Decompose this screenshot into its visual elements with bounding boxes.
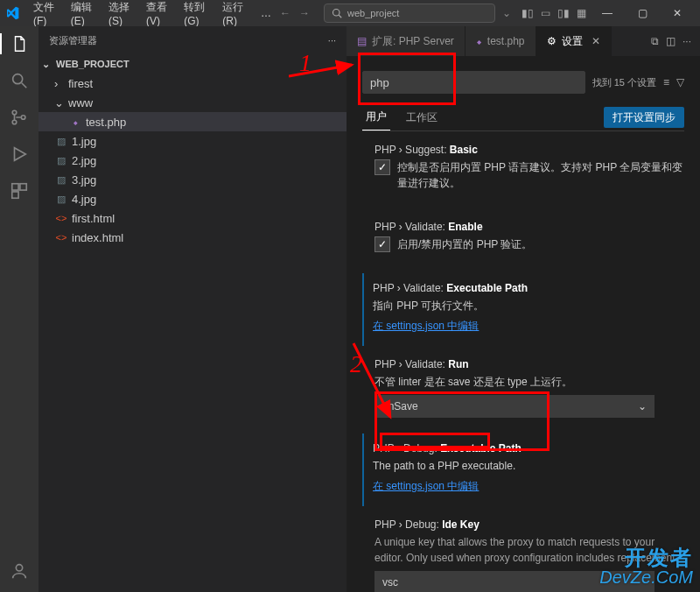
settings-search-input[interactable] [362, 71, 585, 94]
tree-item-label: 4.jpg [72, 193, 96, 206]
svg-point-6 [21, 116, 25, 120]
setting-desc: 不管 linter 是在 save 还是在 type 上运行。 [374, 374, 684, 390]
explorer-sidebar: 资源管理器 ··· ⌄ WEB_PROJECT ›firest⌄www⬥test… [38, 26, 346, 592]
setting-validateEnable: PHP › Validate: Enable 启用/禁用内置的 PHP 验证。 [362, 212, 684, 270]
svg-point-10 [16, 565, 22, 571]
tab-action-open-icon[interactable]: ⧉ [651, 35, 659, 47]
tree-file[interactable]: ▨3.jpg [38, 170, 346, 189]
activity-bar [0, 26, 38, 592]
editor-tab[interactable]: ⚙设置✕ [536, 26, 612, 56]
tree-file[interactable]: ▨2.jpg [38, 151, 346, 170]
tree-file[interactable]: ▨1.jpg [38, 131, 346, 151]
activity-extensions[interactable] [9, 180, 30, 201]
tree-item-label: 2.jpg [72, 154, 96, 167]
vscode-logo-icon [5, 6, 19, 20]
search-icon [332, 8, 342, 18]
watermark-cn: 开发者 [599, 546, 693, 568]
setting-suggest: PHP › Suggest: Basic 控制是否启用内置 PHP 语言建议。支… [362, 135, 684, 208]
close-icon[interactable]: ✕ [592, 35, 600, 47]
tree-root-label: WEB_PROJECT [56, 59, 130, 69]
html-file-icon: <> [54, 211, 68, 225]
scope-user[interactable]: 用户 [362, 104, 390, 130]
svg-line-3 [22, 83, 27, 88]
tree-item-label: firest [68, 77, 93, 90]
setting-desc: 控制是否启用内置 PHP 语言建议。支持对 PHP 全局变量和变量进行建议。 [397, 159, 684, 191]
activity-search[interactable] [9, 70, 30, 91]
scope-workspace[interactable]: 工作区 [402, 105, 441, 130]
command-center-label: web_project [347, 8, 399, 18]
editor-tabs: ▤扩展: PHP Server⬥test.php⚙设置✕ ⧉ ◫ ··· [346, 26, 700, 57]
tree-item-label: test.php [86, 116, 126, 129]
settings-editor: 找到 15 个设置 ≡ ▽ 用户 工作区 打开设置同步 PHP › Sugges… [346, 57, 700, 592]
setting-title: PHP › Suggest: Basic [374, 144, 684, 156]
window-maximize-icon[interactable]: ▢ [625, 0, 660, 26]
command-dropdown-icon[interactable]: ⌄ [502, 7, 511, 19]
html-file-icon: <> [54, 230, 68, 244]
layout-customize-icon[interactable]: ▦ [577, 7, 586, 19]
svg-point-4 [12, 110, 17, 115]
setting-title: PHP › Validate: Run [374, 358, 684, 370]
svg-point-2 [13, 74, 23, 84]
activity-explorer[interactable] [0, 33, 38, 54]
nav-forward-icon[interactable]: → [299, 7, 310, 19]
edit-in-settings-json-link[interactable]: 在 settings.json 中编辑 [373, 320, 479, 332]
tree-file[interactable]: ⬥test.php [38, 112, 346, 131]
activity-debug[interactable] [9, 144, 30, 165]
tab-action-more-icon[interactable]: ··· [682, 35, 691, 47]
php-tab-icon: ⬥ [476, 35, 482, 47]
watermark-en: DevZe.CoM [599, 568, 693, 587]
editor-tab[interactable]: ▤扩展: PHP Server [346, 26, 466, 56]
svg-rect-7 [12, 184, 18, 190]
select-value: onSave [382, 400, 418, 412]
checkbox[interactable] [374, 159, 390, 175]
files-icon [10, 33, 31, 54]
setting-title: PHP › Debug: Executable Path [373, 442, 684, 455]
file-tree: ⌄ WEB_PROJECT ›firest⌄www⬥test.php▨1.jpg… [38, 54, 346, 592]
svg-line-1 [339, 15, 341, 18]
setting-validateRun: PHP › Validate: Run不管 linter 是在 save 还是在… [362, 349, 684, 430]
chevron-down-icon: ⌄ [638, 400, 647, 412]
sidebar-more-icon[interactable]: ··· [328, 35, 336, 46]
editor-area: ▤扩展: PHP Server⬥test.php⚙设置✕ ⧉ ◫ ··· 找到 … [346, 26, 700, 592]
checkbox[interactable] [374, 236, 390, 252]
image-icon: ▨ [54, 173, 68, 187]
tree-item-label: 1.jpg [72, 135, 96, 148]
setting-select[interactable]: onSave ⌄ [374, 395, 654, 418]
setting-title: PHP › Validate: Enable [374, 221, 684, 233]
tab-action-split-icon[interactable]: ◫ [666, 35, 676, 47]
tree-item-label: 3.jpg [72, 173, 96, 187]
tree-file[interactable]: ▨4.jpg [38, 189, 346, 208]
gear-icon: ⚙ [547, 35, 556, 47]
svg-point-5 [12, 120, 17, 124]
window-minimize-icon[interactable]: ― [590, 0, 625, 26]
svg-rect-9 [12, 192, 18, 198]
tree-file[interactable]: <>index.html [38, 228, 346, 247]
command-center[interactable]: web_project [324, 4, 495, 23]
activity-account[interactable] [9, 560, 30, 581]
sidebar-title: 资源管理器 [49, 34, 97, 47]
edit-in-settings-json-link[interactable]: 在 settings.json 中编辑 [373, 480, 479, 492]
menu-more[interactable]: … [256, 4, 276, 23]
tree-folder[interactable]: ›firest [38, 74, 346, 93]
tab-label: 设置 [562, 34, 583, 49]
setting-title: PHP › Debug: Ide Key [374, 518, 684, 531]
tree-root[interactable]: ⌄ WEB_PROJECT [38, 54, 346, 74]
image-icon: ▨ [54, 153, 68, 167]
activity-source-control[interactable] [9, 107, 30, 128]
tree-folder[interactable]: ⌄www [38, 93, 346, 112]
settings-filter-icon[interactable]: ▽ [676, 76, 684, 88]
editor-tab[interactable]: ⬥test.php [466, 26, 536, 56]
tab-label: 扩展: PHP Server [372, 34, 454, 49]
window-close-icon[interactable]: ✕ [660, 0, 695, 26]
open-settings-sync-button[interactable]: 打开设置同步 [604, 107, 684, 128]
layout-sidebar-right-icon[interactable]: ▯▮ [557, 7, 570, 19]
layout-panel-icon[interactable]: ▭ [541, 7, 550, 19]
setting-desc: The path to a PHP executable. [373, 458, 684, 474]
image-icon: ▨ [54, 192, 68, 206]
nav-back-icon[interactable]: ← [280, 7, 290, 19]
settings-clear-icon[interactable]: ≡ [663, 76, 669, 88]
image-icon: ▨ [54, 134, 68, 148]
svg-rect-8 [20, 184, 26, 190]
tree-file[interactable]: <>first.html [38, 208, 346, 228]
layout-sidebar-left-icon[interactable]: ▮▯ [522, 7, 534, 19]
